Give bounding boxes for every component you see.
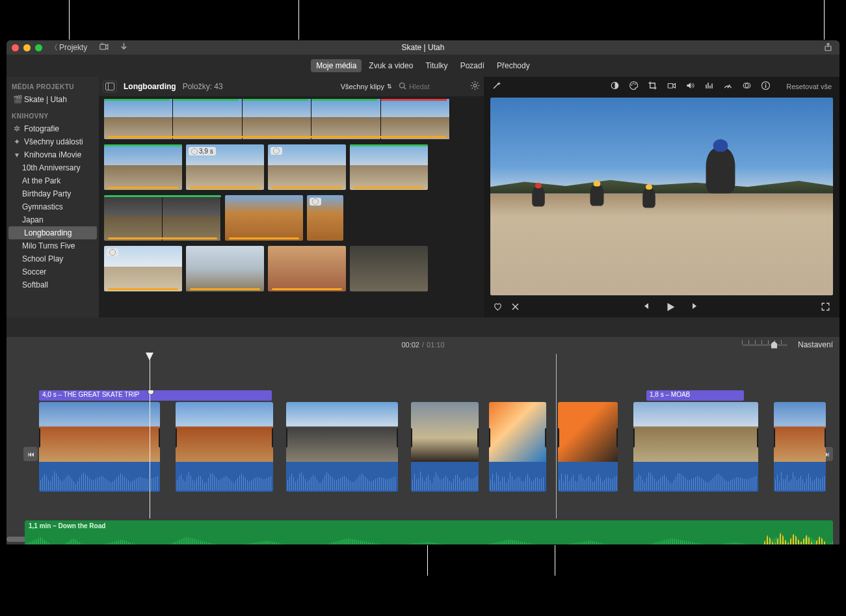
search-input[interactable]: [409, 83, 455, 90]
content-tab-pozadí[interactable]: Pozadí: [455, 59, 490, 72]
clip-trim-handle-left[interactable]: [39, 428, 40, 448]
clip-trim-handle-left[interactable]: [286, 428, 287, 448]
clip-filter-dropdown[interactable]: Všechny klipy ⇅: [341, 83, 392, 90]
favorite-button[interactable]: [493, 302, 503, 314]
sidebar-event-at-the-park[interactable]: At the Park: [7, 174, 99, 187]
clip-trim-handle-right[interactable]: [272, 428, 273, 448]
content-tab-moje-média[interactable]: Moje média: [311, 59, 362, 72]
timeline-audio-clip[interactable]: 1,1 min – Down the Road: [25, 520, 833, 544]
volume-button[interactable]: [685, 81, 695, 92]
timeline-video-clip[interactable]: [411, 402, 479, 492]
sidebar-event-birthday-party[interactable]: Birthday Party: [7, 187, 99, 200]
clip-trim-handle-left[interactable]: [489, 428, 490, 448]
timeline-video-clip[interactable]: [39, 402, 160, 492]
timeline-start-marker[interactable]: ⏮: [23, 447, 38, 461]
browser-clip[interactable]: [268, 144, 346, 190]
browser-clip[interactable]: [307, 195, 343, 241]
browser-clip[interactable]: [225, 195, 303, 241]
clip-trim-handle-left[interactable]: [774, 428, 775, 448]
clip-filter-button[interactable]: [742, 81, 752, 92]
minimize-window-button[interactable]: [23, 44, 31, 51]
browser-clip[interactable]: [186, 246, 264, 291]
enhance-button[interactable]: [492, 81, 501, 92]
browser-clip[interactable]: [268, 246, 346, 291]
sidebar-event-soccer[interactable]: Soccer: [7, 265, 99, 278]
browser-clip[interactable]: [350, 246, 428, 291]
timeline-video-clip[interactable]: [774, 402, 826, 492]
import-media-button[interactable]: [99, 42, 109, 53]
sidebar-all-events[interactable]: ✦ Všechny události: [7, 135, 99, 148]
clip-info-button[interactable]: [761, 81, 771, 92]
projects-back-button[interactable]: 〈 Projekty: [50, 42, 87, 53]
sidebar-imovie-library[interactable]: ▾ Knihovna iMovie: [7, 148, 99, 161]
prev-frame-button[interactable]: [641, 301, 650, 315]
content-tab-přechody[interactable]: Přechody: [492, 59, 535, 72]
svg-point-6: [473, 84, 477, 87]
clip-trim-handle-left[interactable]: [176, 428, 177, 448]
clip-trim-handle-left[interactable]: [558, 428, 559, 448]
sidebar-event-gymnastics[interactable]: Gymnastics: [7, 200, 99, 213]
timeline-title-clip[interactable]: 1,8 s – MOAB: [646, 390, 744, 401]
stabilization-button[interactable]: [667, 81, 676, 92]
browser-clip-area[interactable]: 3,9 s: [99, 96, 484, 317]
browser-clip[interactable]: [350, 144, 428, 190]
clip-trim-handle-left[interactable]: [411, 428, 412, 448]
reject-button[interactable]: [510, 302, 520, 314]
content-tab-zvuk-a-video[interactable]: Zvuk a video: [364, 59, 418, 72]
close-window-button[interactable]: [12, 44, 19, 51]
color-balance-button[interactable]: [610, 81, 620, 92]
sidebar-project-media-item[interactable]: 🎬 Skate | Utah: [7, 93, 99, 106]
browser-clip[interactable]: [104, 195, 221, 241]
color-correction-button[interactable]: [629, 81, 639, 92]
browser-search[interactable]: [399, 82, 464, 92]
upper-panels: MÉDIA PROJEKTU 🎬 Skate | Utah KNIHOVNY ✲…: [7, 77, 839, 317]
timeline-video-clip[interactable]: [489, 402, 546, 492]
fullscreen-button[interactable]: [821, 302, 830, 314]
playhead-handle[interactable]: [146, 353, 153, 360]
sidebar-event-10th-anniversary[interactable]: 10th Anniversary: [7, 161, 99, 174]
crop-button[interactable]: [648, 81, 657, 92]
browser-settings-button[interactable]: [470, 81, 480, 92]
timeline-video-clip[interactable]: [286, 402, 398, 492]
timeline-video-clip[interactable]: [633, 402, 758, 492]
sidebar-photos-library[interactable]: ✲ Fotografie: [7, 122, 99, 135]
content-tab-titulky[interactable]: Titulky: [420, 59, 453, 72]
clip-audio-waveform: [558, 462, 618, 492]
import-dropdown-button[interactable]: [119, 42, 129, 53]
timeline-settings-button[interactable]: Nastavení: [798, 340, 833, 349]
clip-trim-handle-right[interactable]: [159, 428, 160, 448]
viewer-display[interactable]: [490, 98, 833, 295]
sidebar-event-softball[interactable]: Softball: [7, 278, 99, 291]
clip-trim-handle-left[interactable]: [633, 428, 635, 448]
equalizer-icon: [704, 81, 714, 90]
next-frame-button[interactable]: [691, 301, 700, 315]
noise-eq-button[interactable]: [704, 81, 714, 92]
clip-trim-handle-right[interactable]: [616, 428, 618, 448]
browser-clip[interactable]: [104, 144, 182, 190]
clip-trim-handle-right[interactable]: [477, 428, 479, 448]
timeline-zoom-slider[interactable]: [742, 344, 787, 346]
sidebar-event-japan[interactable]: Japan: [7, 213, 99, 226]
sidebar-event-school-play[interactable]: School Play: [7, 252, 99, 265]
timeline-video-clip[interactable]: [558, 402, 618, 492]
clip-trim-handle-right[interactable]: [825, 428, 826, 448]
clip-trim-handle-right[interactable]: [757, 428, 758, 448]
zoom-window-button[interactable]: [35, 44, 42, 51]
play-button[interactable]: [665, 301, 676, 315]
toggle-sidebar-button[interactable]: [103, 81, 117, 92]
timeline-title-clip[interactable]: 4,0 s – THE GREAT SKATE TRIP: [39, 390, 272, 401]
browser-clip[interactable]: [104, 246, 182, 291]
clip-trim-handle-right[interactable]: [545, 428, 546, 448]
heart-icon: [493, 302, 503, 312]
clip-trim-handle-right[interactable]: [397, 428, 398, 448]
browser-clip[interactable]: [104, 99, 450, 139]
speed-button[interactable]: [723, 81, 733, 92]
playhead-line[interactable]: [150, 353, 150, 518]
timeline-video-clip[interactable]: [176, 402, 273, 492]
reset-all-button[interactable]: Resetovat vše: [786, 83, 832, 90]
share-button[interactable]: [823, 42, 833, 55]
timeline-body[interactable]: ⏮ ⏭ 4,0 s – THE GREAT SKATE TRIP1,8 s – …: [7, 353, 839, 544]
sidebar-event-longboarding[interactable]: Longboarding: [8, 226, 97, 239]
browser-clip[interactable]: 3,9 s: [186, 144, 264, 190]
sidebar-event-milo-turns-five[interactable]: Milo Turns Five: [7, 239, 99, 252]
